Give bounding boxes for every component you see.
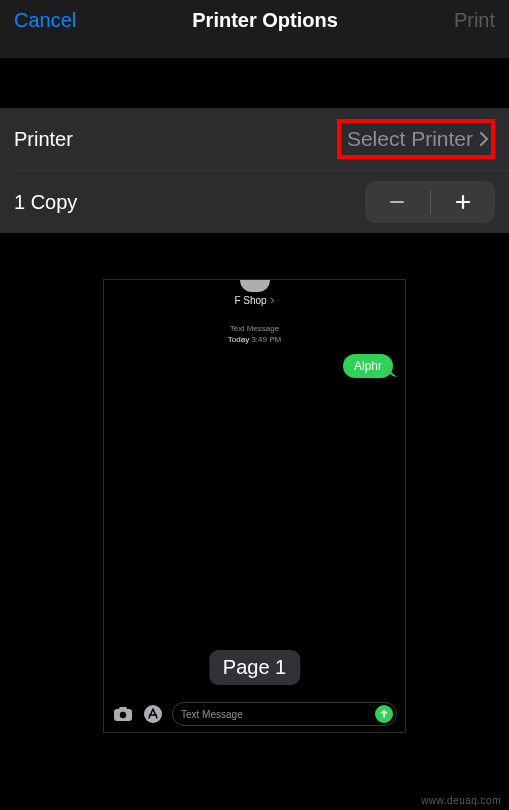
preview-area: F Shop Text Message Today 3:49 PM Alphr … bbox=[0, 233, 509, 733]
contact-name-text: F Shop bbox=[234, 295, 266, 306]
send-button bbox=[375, 705, 393, 723]
nav-bar: Cancel Printer Options Print bbox=[0, 0, 509, 58]
select-printer-highlight: Select Printer bbox=[337, 119, 495, 159]
message-type-label: Text Message bbox=[104, 324, 405, 333]
message-timestamp: Today 3:49 PM bbox=[104, 335, 405, 344]
svg-point-3 bbox=[144, 705, 162, 723]
preview-page[interactable]: F Shop Text Message Today 3:49 PM Alphr … bbox=[103, 279, 406, 733]
message-bubble: Alphr bbox=[343, 354, 393, 378]
camera-icon bbox=[112, 703, 134, 725]
copies-label: 1 Copy bbox=[14, 191, 77, 214]
contact-name: F Shop bbox=[234, 295, 274, 306]
compose-bar: Text Message bbox=[112, 702, 397, 726]
stepper-plus-button[interactable] bbox=[431, 181, 496, 223]
printer-row[interactable]: Printer Select Printer bbox=[0, 108, 509, 170]
plus-icon bbox=[454, 193, 472, 211]
compose-placeholder: Text Message bbox=[181, 709, 243, 720]
timestamp-day: Today bbox=[228, 335, 249, 344]
stepper-minus-button[interactable] bbox=[365, 181, 430, 223]
page-title: Printer Options bbox=[192, 9, 338, 32]
bubble-tail bbox=[387, 367, 397, 377]
appstore-icon bbox=[142, 703, 164, 725]
contact-avatar bbox=[240, 280, 270, 292]
chevron-right-icon bbox=[270, 295, 275, 306]
arrow-up-icon bbox=[379, 709, 389, 719]
svg-point-2 bbox=[120, 712, 126, 718]
minus-icon bbox=[388, 193, 406, 211]
select-printer-value: Select Printer bbox=[347, 127, 473, 151]
chevron-right-icon bbox=[479, 131, 489, 147]
compose-input: Text Message bbox=[172, 702, 397, 726]
message-text: Alphr bbox=[354, 359, 382, 373]
copies-row: 1 Copy bbox=[0, 171, 509, 233]
printer-label: Printer bbox=[14, 128, 73, 151]
page-number-badge: Page 1 bbox=[209, 650, 300, 685]
copies-stepper bbox=[365, 181, 495, 223]
print-button[interactable]: Print bbox=[454, 9, 495, 32]
cancel-button[interactable]: Cancel bbox=[14, 9, 76, 32]
watermark: www.deuaq.com bbox=[421, 795, 501, 806]
svg-rect-1 bbox=[119, 707, 127, 711]
settings-section: Printer Select Printer 1 Copy bbox=[0, 108, 509, 233]
timestamp-time: 3:49 PM bbox=[251, 335, 281, 344]
